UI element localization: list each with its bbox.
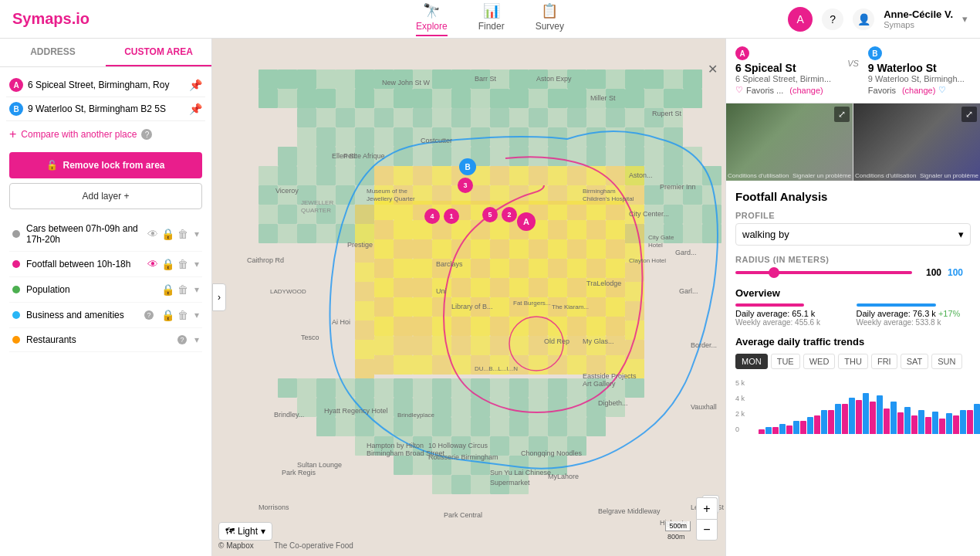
overview-stats: Daily average: 65.1 k Weekly average: 45… [735, 303, 971, 327]
nav-explore-label: Explore [416, 21, 448, 32]
svg-rect-269 [451, 398, 471, 417]
svg-rect-69 [548, 220, 567, 239]
heart-b-icon[interactable]: ♡ [938, 85, 946, 95]
svg-text:Birmingham: Birmingham [583, 188, 616, 195]
map-arrow-button[interactable]: › [212, 283, 226, 311]
sv-expand-a[interactable]: ⤢ [834, 107, 850, 122]
svg-rect-197 [644, 147, 664, 166]
svg-rect-82 [548, 239, 567, 259]
svg-rect-25 [278, 89, 297, 108]
pin-b-icon[interactable]: 📌 [189, 103, 202, 115]
svg-rect-131 [490, 317, 509, 336]
svg-rect-174 [606, 127, 625, 147]
user-settings-button[interactable]: 👤 [853, 8, 874, 30]
day-tab-fri[interactable]: FRI [871, 354, 897, 369]
layer-footfall-expand[interactable]: ▾ [194, 259, 199, 270]
svg-rect-63 [432, 220, 451, 239]
svg-text:Museum of the: Museum of the [367, 188, 407, 195]
layer-cars-lock[interactable]: 🔒 [161, 228, 174, 240]
sidebar: ADDRESS CUSTOM AREA A 6 Spiceal Street, … [0, 39, 212, 556]
svg-rect-80 [509, 239, 529, 259]
layer-business-delete[interactable]: 🗑 [177, 309, 188, 321]
svg-rect-341 [529, 185, 548, 205]
svg-rect-255 [529, 378, 548, 398]
svg-text:Hyatt Regency Hotel: Hyatt Regency Hotel [324, 407, 388, 415]
svg-text:Tesco: Tesco [301, 334, 319, 341]
layer-footfall-visibility[interactable]: 👁 [147, 258, 158, 270]
zoom-in-button[interactable]: + [696, 497, 718, 519]
svg-rect-75 [413, 239, 432, 259]
svg-rect-81 [529, 239, 548, 259]
layer-business-lock[interactable]: 🔒 [161, 309, 174, 321]
tab-custom-area[interactable]: CUSTOM AREA [106, 39, 211, 66]
svg-rect-254 [509, 378, 529, 398]
svg-rect-202 [297, 166, 316, 185]
layer-business-actions: 🔒 🗑 [161, 309, 188, 321]
layer-footfall-actions: 👁 🔒 🗑 [147, 258, 188, 270]
day-tab-wed[interactable]: WED [803, 354, 836, 369]
nav-finder[interactable]: 📊 Finder [478, 2, 505, 36]
nav-right: A ? 👤 Anne-Cécile V. Symaps ▾ [788, 7, 968, 32]
svg-rect-357 [625, 224, 644, 243]
day-tab-tue[interactable]: TUE [771, 354, 800, 369]
layer-population-expand[interactable]: ▾ [194, 284, 199, 295]
svg-rect-273 [529, 398, 548, 417]
map-close-button[interactable]: ✕ [708, 62, 718, 76]
compare-row[interactable]: + Compare with another place ? [6, 121, 205, 147]
map-style-selector[interactable]: 🗺 Light ▾ [218, 522, 272, 541]
sv-report-b[interactable]: Signaler un problème [920, 172, 978, 179]
day-tab-sun[interactable]: SUN [931, 354, 961, 369]
svg-rect-39 [548, 89, 567, 108]
layer-restaurants-expand[interactable]: ▾ [194, 334, 199, 345]
layer-footfall-delete[interactable]: 🗑 [177, 258, 188, 270]
change-a-button[interactable]: (change) [789, 86, 823, 95]
svg-rect-30 [374, 89, 394, 108]
svg-rect-289 [529, 417, 548, 436]
svg-rect-378 [374, 355, 394, 375]
sv-expand-b[interactable]: ⤢ [961, 107, 977, 122]
user-dropdown-icon[interactable]: ▾ [962, 13, 968, 25]
sv-caption-a: Conditions d'utilisation [728, 172, 789, 179]
help-button[interactable]: ? [822, 8, 843, 30]
layer-population-lock[interactable]: 🔒 [161, 283, 174, 296]
svg-rect-1 [259, 70, 278, 89]
svg-rect-23 [683, 70, 702, 89]
remove-lock-button[interactable]: 🔓 Remove lock from area [9, 152, 202, 178]
change-b-button[interactable]: (change) [902, 86, 935, 95]
help-icon: ? [141, 129, 152, 140]
add-layer-button[interactable]: Add layer + [9, 183, 202, 209]
svg-text:Barclays: Barclays [436, 260, 463, 268]
svg-rect-203 [316, 166, 336, 185]
map-container[interactable]: New John St W Aston Expy Rupert St Mille… [212, 39, 725, 556]
radius-slider[interactable] [735, 271, 912, 274]
nav-explore[interactable]: 🔭 Explore [416, 2, 448, 36]
avatar-button[interactable]: A [788, 7, 813, 32]
layer-population-delete[interactable]: 🗑 [177, 283, 188, 296]
svg-rect-291 [567, 417, 586, 436]
layer-cars-visibility[interactable]: 👁 [147, 228, 158, 240]
layer-cars-delete[interactable]: 🗑 [177, 228, 188, 240]
zoom-out-button[interactable]: − [696, 519, 718, 541]
svg-rect-327 [529, 166, 548, 185]
day-tab-sat[interactable]: SAT [901, 354, 929, 369]
layer-cars-expand[interactable]: ▾ [194, 229, 199, 239]
stat-daily-b: Daily average: 76.3 k +17% [857, 309, 972, 318]
profile-select[interactable]: walking by ▾ [735, 223, 971, 246]
svg-text:City Center...: City Center... [629, 210, 669, 218]
nav-survey[interactable]: 📋 Survey [536, 2, 564, 36]
y-axis: 5 k 4 k 2 k 0 [735, 375, 745, 437]
tab-address[interactable]: ADDRESS [0, 39, 106, 66]
bar-a-13 [939, 419, 945, 434]
layer-footfall-lock[interactable]: 🔒 [161, 258, 174, 270]
day-tab-thu[interactable]: THU [838, 354, 868, 369]
heart-a-icon[interactable]: ♡ [735, 85, 743, 95]
svg-rect-186 [432, 147, 451, 166]
layer-business-expand[interactable]: ▾ [194, 310, 199, 320]
svg-text:Vauxhall: Vauxhall [691, 403, 717, 411]
sv-report-a[interactable]: Signaler un problème [792, 172, 851, 179]
day-tab-mon[interactable]: MON [735, 354, 768, 369]
svg-rect-140 [336, 108, 355, 127]
svg-rect-126 [394, 317, 413, 336]
pin-a-icon[interactable]: 📌 [189, 79, 202, 91]
nav-items: 🔭 Explore 📊 Finder 📋 Survey [416, 2, 564, 36]
